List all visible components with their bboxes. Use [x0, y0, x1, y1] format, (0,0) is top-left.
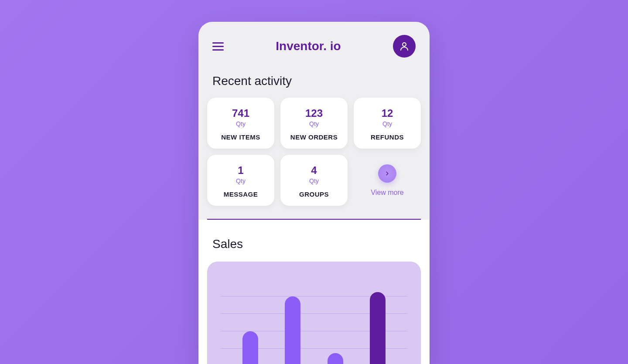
card-new-orders[interactable]: 123 Qty NEW ORDERS [280, 98, 348, 149]
card-unit: Qty [357, 120, 417, 127]
sales-title: Sales [198, 220, 430, 262]
chart-bars [220, 279, 408, 364]
app-title: Inventor. io [276, 39, 341, 53]
card-new-items[interactable]: 741 Qty NEW ITEMS [207, 98, 274, 149]
chart-bar [242, 331, 258, 364]
card-value: 123 [284, 107, 344, 119]
card-unit: Qty [284, 177, 344, 184]
card-refunds[interactable]: 12 Qty REFUNDS [354, 98, 421, 149]
card-value: 741 [211, 107, 271, 119]
card-label: GROUPS [284, 191, 344, 198]
person-icon [399, 41, 410, 51]
chart-bar [328, 353, 343, 364]
card-label: NEW ORDERS [284, 133, 344, 141]
card-value: 12 [357, 107, 417, 119]
view-more-button[interactable]: View more [354, 155, 421, 206]
card-groups[interactable]: 4 Qty GROUPS [280, 155, 348, 206]
chevron-right-icon [378, 164, 396, 183]
recent-activity-title: Recent activity [198, 66, 430, 98]
card-unit: Qty [284, 120, 344, 127]
card-label: REFUNDS [357, 133, 417, 141]
card-label: NEW ITEMS [211, 133, 271, 141]
sales-section: Sales [198, 220, 430, 364]
menu-icon[interactable] [212, 42, 224, 51]
card-message[interactable]: 1 Qty MESSAGE [207, 155, 274, 206]
card-value: 1 [211, 164, 271, 177]
sales-chart [207, 262, 421, 364]
view-more-label: View more [371, 189, 403, 197]
app-header: Inventor. io [198, 22, 430, 66]
chart-bar [285, 296, 300, 364]
chart-bar [370, 292, 386, 364]
card-value: 4 [284, 164, 344, 177]
card-unit: Qty [211, 120, 271, 127]
card-label: MESSAGE [211, 191, 271, 198]
app-screen: Inventor. io Recent activity 741 Qty NEW… [198, 22, 430, 364]
activity-cards-grid: 741 Qty NEW ITEMS 123 Qty NEW ORDERS 12 … [198, 98, 430, 206]
card-unit: Qty [211, 177, 271, 184]
svg-point-0 [403, 43, 406, 46]
profile-button[interactable] [393, 35, 416, 58]
